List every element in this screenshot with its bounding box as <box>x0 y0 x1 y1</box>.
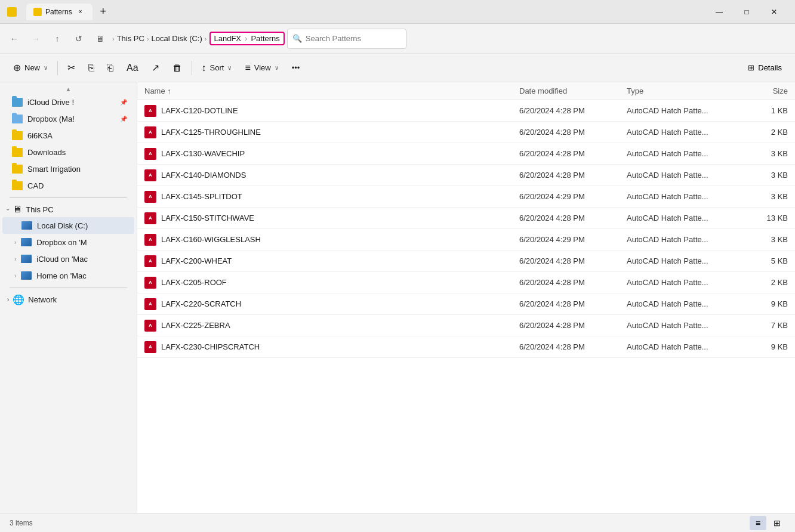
file-size: 1 KB <box>740 106 788 115</box>
sidebar-scroll-indicator: ▲ <box>0 85 137 94</box>
delete-button[interactable]: 🗑 <box>167 57 188 79</box>
rename-button[interactable]: Aa <box>121 57 144 79</box>
search-input[interactable] <box>306 34 401 43</box>
file-size: 2 KB <box>740 128 788 137</box>
search-bar[interactable]: 🔍 <box>287 29 406 49</box>
icloud-mac-chevron: › <box>14 256 16 262</box>
back-icon: ← <box>10 34 19 44</box>
new-icon: ⊕ <box>13 62 21 73</box>
6i6k3a-folder-icon <box>12 130 23 141</box>
col-header-date[interactable]: Date modified <box>519 86 627 95</box>
cut-button[interactable]: ✂ <box>61 57 81 79</box>
sidebar-item-6i6k3a[interactable]: 6i6K3A <box>2 127 134 144</box>
sidebar-item-cad[interactable]: CAD <box>2 177 134 194</box>
file-row[interactable]: A LAFX-C220-SCRATCH 6/20/2024 4:28 PM Au… <box>137 293 795 315</box>
tab-label: Patterns <box>45 8 72 16</box>
new-tab-button[interactable]: + <box>95 4 112 20</box>
computer-button[interactable]: 🖥 <box>91 29 110 48</box>
copy-button[interactable]: ⎘ <box>82 57 100 79</box>
sidebar-item-home-mac[interactable]: › Home on 'Mac <box>2 267 134 284</box>
sidebar-item-smart-irrigation[interactable]: Smart Irrigation <box>2 160 134 177</box>
close-button[interactable]: ✕ <box>760 2 788 21</box>
status-bar: 3 items ≡ ⊞ <box>0 513 795 532</box>
network-group[interactable]: › 🌐 Network <box>0 292 137 308</box>
col-header-name[interactable]: Name ↑ <box>144 86 519 95</box>
file-date: 6/20/2024 4:29 PM <box>519 192 627 201</box>
tab-close-button[interactable]: × <box>76 7 85 17</box>
home-mac-icon <box>21 270 32 281</box>
back-button[interactable]: ← <box>5 29 24 48</box>
this-pc-group[interactable]: › 🖥 This PC <box>0 202 137 217</box>
file-row[interactable]: A LAFX-C130-WAVECHIP 6/20/2024 4:28 PM A… <box>137 143 795 165</box>
file-name-cell: A LAFX-C120-DOTLINE <box>144 105 519 117</box>
home-mac-chevron: › <box>14 273 16 279</box>
file-type: AutoCAD Hatch Patte... <box>627 149 740 158</box>
file-row[interactable]: A LAFX-C160-WIGGLESLASH 6/20/2024 4:29 P… <box>137 229 795 250</box>
file-row[interactable]: A LAFX-C225-ZEBRA 6/20/2024 4:28 PM Auto… <box>137 315 795 336</box>
breadcrumb-patterns: Patterns <box>251 34 279 43</box>
new-button[interactable]: ⊕ New ∨ <box>7 57 54 79</box>
view-button[interactable]: ≡ View ∨ <box>239 57 284 79</box>
share-button[interactable]: ↗ <box>146 57 165 79</box>
sidebar-item-local-disk[interactable]: Local Disk (C:) <box>2 217 134 234</box>
sort-arrow: ∨ <box>227 64 232 71</box>
file-row[interactable]: A LAFX-C150-STITCHWAVE 6/20/2024 4:28 PM… <box>137 208 795 229</box>
refresh-button[interactable]: ↺ <box>69 29 88 48</box>
list-view-icon: ≡ <box>756 518 760 528</box>
autocad-icon: A <box>144 105 156 117</box>
up-button[interactable]: ↑ <box>48 29 67 48</box>
autocad-icon: A <box>144 148 156 160</box>
sidebar-item-dropbox-ma[interactable]: Dropbox (Ma! 📌 <box>2 110 134 127</box>
list-view-button[interactable]: ≡ <box>750 516 766 530</box>
breadcrumb-local-disk[interactable]: Local Disk (C:) <box>152 34 202 43</box>
details-button[interactable]: ⊞ Details <box>742 57 788 79</box>
file-name-cell: A LAFX-C200-WHEAT <box>144 255 519 267</box>
file-row[interactable]: A LAFX-C230-CHIPSCRATCH 6/20/2024 4:28 P… <box>137 336 795 358</box>
autocad-icon: A <box>144 255 156 267</box>
icloud-mac-icon <box>21 253 32 264</box>
local-disk-label: Local Disk (C:) <box>37 221 127 230</box>
breadcrumb-highlight[interactable]: LandFX › Patterns <box>209 32 285 45</box>
cad-folder-icon <box>12 180 23 191</box>
breadcrumb-this-pc[interactable]: This PC <box>117 34 144 43</box>
new-arrow: ∨ <box>44 64 48 71</box>
file-date: 6/20/2024 4:28 PM <box>519 171 627 180</box>
grid-view-button[interactable]: ⊞ <box>769 516 785 530</box>
file-name-text: LAFX-C205-ROOF <box>161 278 227 287</box>
file-size: 13 KB <box>740 214 788 222</box>
file-date: 6/20/2024 4:28 PM <box>519 342 627 351</box>
sidebar-item-downloads[interactable]: Downloads <box>2 144 134 160</box>
downloads-folder-icon <box>12 147 23 157</box>
sort-button[interactable]: ↕ Sort ∨ <box>196 57 238 79</box>
maximize-button[interactable]: □ <box>733 2 760 21</box>
file-row[interactable]: A LAFX-C200-WHEAT 6/20/2024 4:28 PM Auto… <box>137 250 795 272</box>
file-row[interactable]: A LAFX-C120-DOTLINE 6/20/2024 4:28 PM Au… <box>137 100 795 122</box>
paste-button[interactable]: ⎗ <box>101 57 119 79</box>
home-mac-label: Home on 'Mac <box>36 271 127 280</box>
smart-irrigation-folder-icon <box>12 163 23 174</box>
rename-icon: Aa <box>127 63 138 73</box>
sidebar-item-icloud-mac[interactable]: › iCloud on 'Mac <box>2 250 134 267</box>
sidebar-item-icloud[interactable]: iCloud Drive ! 📌 <box>2 94 134 110</box>
file-row[interactable]: A LAFX-C140-DIAMONDS 6/20/2024 4:28 PM A… <box>137 165 795 186</box>
file-name-cell: A LAFX-C145-SPLITDOT <box>144 191 519 203</box>
file-row[interactable]: A LAFX-C205-ROOF 6/20/2024 4:28 PM AutoC… <box>137 272 795 293</box>
file-name-text: LAFX-C130-WAVECHIP <box>161 149 245 158</box>
autocad-icon: A <box>144 169 156 181</box>
file-name-text: LAFX-C225-ZEBRA <box>161 321 230 330</box>
file-type: AutoCAD Hatch Patte... <box>627 342 740 351</box>
more-button[interactable]: ••• <box>286 57 306 79</box>
file-size: 9 KB <box>740 299 788 308</box>
file-name-cell: A LAFX-C125-THROUGHLINE <box>144 126 519 138</box>
file-row[interactable]: A LAFX-C125-THROUGHLINE 6/20/2024 4:28 P… <box>137 122 795 143</box>
title-bar: Patterns × + — □ ✕ <box>0 0 795 24</box>
sidebar-item-dropbox-n[interactable]: › Dropbox on 'M <box>2 234 134 250</box>
col-header-size[interactable]: Size <box>740 86 788 95</box>
active-tab[interactable]: Patterns × <box>26 4 93 20</box>
forward-button[interactable]: → <box>26 29 45 48</box>
minimize-button[interactable]: — <box>705 2 733 21</box>
this-pc-icon: 🖥 <box>13 204 22 215</box>
col-header-type[interactable]: Type <box>627 86 740 95</box>
new-label: New <box>24 63 40 72</box>
file-row[interactable]: A LAFX-C145-SPLITDOT 6/20/2024 4:29 PM A… <box>137 186 795 208</box>
